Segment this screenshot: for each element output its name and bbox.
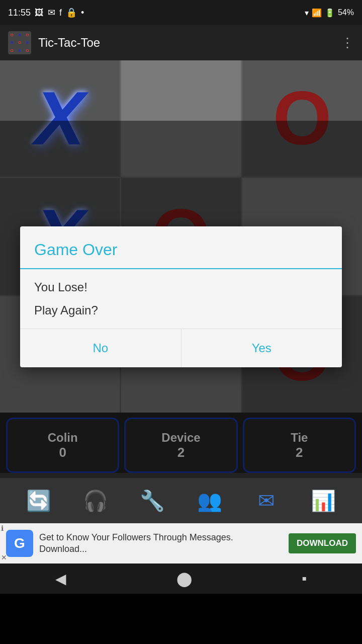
game-over-dialog: Game Over You Lose! Play Again? No Yes — [20, 226, 342, 367]
dialog-message: You Lose! — [34, 280, 328, 294]
app-icon: O X O X O X O X O — [8, 31, 31, 54]
photo-icon: 🖼 — [35, 8, 44, 18]
status-right: ▾ 📶 🔋 54% — [305, 8, 354, 18]
dot-icon: • — [81, 8, 84, 18]
yes-button[interactable]: Yes — [182, 329, 342, 367]
home-button[interactable]: ⬤ — [161, 566, 207, 592]
settings-icon[interactable]: 🔧 — [135, 483, 170, 518]
lock-icon: 🔒 — [66, 7, 77, 18]
dialog-question: Play Again? — [34, 303, 328, 317]
chart-icon[interactable]: 📊 — [306, 483, 341, 518]
nav-bar: ◀ ⬤ ▪ — [0, 564, 362, 594]
ad-close-icon[interactable]: ✕ — [1, 553, 7, 561]
toolbar: 🔄 🎧 🔧 👥 ✉ 📊 — [0, 478, 362, 523]
recents-button[interactable]: ▪ — [287, 566, 322, 592]
facebook-icon: f — [59, 8, 62, 18]
refresh-icon[interactable]: 🔄 — [21, 483, 56, 518]
back-button[interactable]: ◀ — [40, 566, 81, 592]
dialog-buttons: No Yes — [20, 329, 342, 367]
email-icon: ✉ — [48, 7, 55, 18]
dialog-overlay: Game Over You Lose! Play Again? No Yes — [0, 121, 362, 473]
headset-icon[interactable]: 🎧 — [78, 483, 113, 518]
mail-icon[interactable]: ✉ — [249, 483, 284, 518]
ad-app-icon: G — [6, 530, 33, 557]
overflow-menu-icon[interactable]: ⋮ — [341, 35, 354, 51]
signal-icon: 📶 — [312, 8, 322, 18]
dialog-body: You Lose! Play Again? — [20, 269, 342, 329]
status-bar: 11:55 🖼 ✉ f 🔒 • ▾ 📶 🔋 54% — [0, 0, 362, 25]
no-button[interactable]: No — [20, 329, 182, 367]
ad-info-icon: ℹ — [1, 524, 4, 532]
ad-banner: ℹ ✕ G Get to Know Your Followers Through… — [0, 523, 362, 564]
app-title: Tic-Tac-Toe — [38, 36, 341, 50]
app-bar: O X O X O X O X O Tic-Tac-Toe ⋮ — [0, 25, 362, 60]
battery-icon: 🔋 — [325, 8, 335, 18]
wifi-icon: ▾ — [305, 8, 309, 18]
users-icon[interactable]: 👥 — [192, 483, 227, 518]
dialog-title: Game Over — [20, 226, 342, 268]
ad-download-button[interactable]: DOWNLOAD — [289, 533, 356, 553]
ad-text: Get to Know Your Followers Through Messa… — [39, 532, 283, 555]
status-time: 11:55 🖼 ✉ f 🔒 • — [8, 7, 84, 18]
